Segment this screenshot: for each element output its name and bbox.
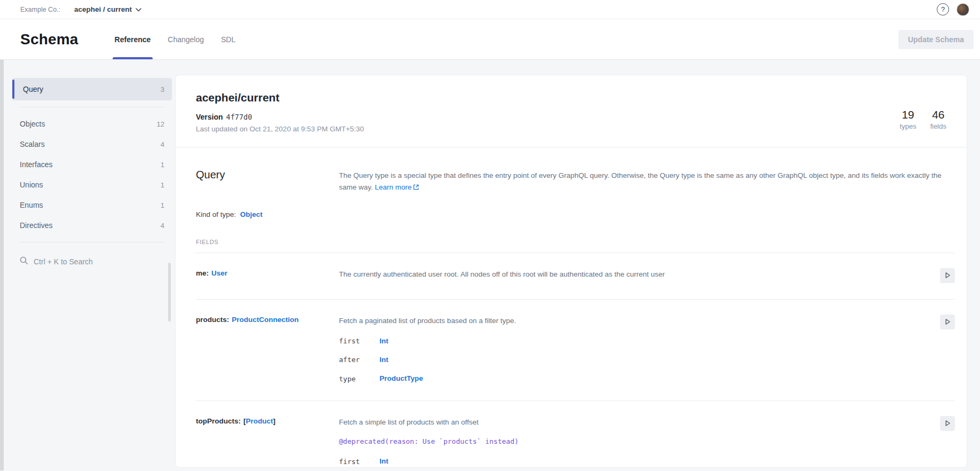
tab-sdl-label: SDL	[221, 35, 235, 44]
sidebar-item-unions[interactable]: Unions 1	[12, 175, 172, 195]
field-description: Fetch a simple list of products with an …	[339, 417, 940, 428]
run-in-explorer-button[interactable]	[940, 315, 955, 329]
field-type-link[interactable]: ProductConnection	[232, 316, 298, 324]
run-in-explorer-button[interactable]	[940, 416, 955, 431]
kind-of-type-row: Kind of type: Object	[196, 210, 955, 218]
sidebar-item-label: Scalars	[20, 140, 45, 148]
last-updated-text: Last updated on Oct 21, 2020 at 9:53 PM …	[196, 125, 364, 133]
field-signature: me:User	[196, 268, 339, 283]
field-type-link[interactable]: User	[211, 269, 227, 277]
content-area: Query 3 Objects 12 Scalars 4 Interfaces …	[0, 60, 980, 470]
query-type-section: Query The Query type is a special type t…	[176, 147, 967, 468]
sidebar-item-label: Objects	[20, 120, 45, 128]
argument-row: type ProductType	[339, 373, 940, 384]
sidebar-item-label: Query	[23, 85, 43, 93]
external-link-icon	[413, 182, 419, 194]
sidebar-item-directives[interactable]: Directives 4	[12, 215, 172, 236]
stat-fields-value: 46	[930, 108, 946, 121]
run-in-explorer-button[interactable]	[940, 268, 955, 283]
version-value: 4f77d0	[226, 113, 252, 121]
stat-types-value: 19	[900, 108, 916, 121]
tab-changelog[interactable]: Changelog	[159, 19, 212, 59]
search-hint-label: Ctrl + K to Search	[34, 257, 93, 266]
field-row-topproducts: topProducts:[Product] Fetch a simple lis…	[196, 401, 955, 468]
chevron-down-icon	[136, 5, 141, 13]
argument-row: after Int	[339, 355, 940, 365]
argument-name: first	[339, 457, 370, 467]
sidebar-item-objects[interactable]: Objects 12	[12, 114, 172, 134]
stat-types-label: types	[900, 122, 916, 130]
help-icon[interactable]: ?	[937, 3, 949, 15]
sidebar-item-query[interactable]: Query 3	[12, 78, 172, 100]
argument-row: first Int	[339, 456, 940, 467]
type-name-heading: Query	[196, 169, 339, 194]
schema-card-header: acephei/current Version4f77d0 Last updat…	[176, 75, 967, 147]
argument-type-link[interactable]: Int	[380, 336, 389, 347]
field-details: Fetch a simple list of products with an …	[339, 416, 940, 467]
active-item-accent-bar	[12, 80, 14, 99]
field-arguments: first Int after Int type ProductType	[339, 336, 940, 384]
schema-meta: acephei/current Version4f77d0 Last updat…	[196, 91, 364, 133]
search-icon	[20, 256, 28, 266]
fields-section-label: FIELDS	[196, 239, 955, 253]
page-header: Schema Reference Changelog SDL Update Sc…	[0, 19, 980, 60]
field-type-link[interactable]: Product	[246, 417, 273, 425]
argument-type-link[interactable]: ProductType	[380, 373, 423, 384]
version-row: Version4f77d0	[196, 113, 364, 121]
argument-name: after	[339, 355, 370, 365]
sidebar-scrollbar[interactable]	[168, 263, 171, 321]
graph-selector-dropdown[interactable]: acephei / current	[74, 5, 141, 13]
tab-reference[interactable]: Reference	[106, 19, 160, 59]
sidebar-item-scalars[interactable]: Scalars 4	[12, 134, 172, 154]
sidebar-item-count: 12	[157, 120, 164, 128]
kind-of-type-link[interactable]: Object	[240, 210, 263, 218]
sidebar-item-label: Unions	[20, 180, 43, 189]
graph-title: acephei/current	[196, 91, 364, 104]
org-label: Example Co.:	[20, 6, 60, 13]
schema-stats: 19 types 46 fields	[900, 108, 946, 130]
update-schema-button[interactable]: Update Schema	[898, 30, 974, 49]
schema-reference-card: acephei/current Version4f77d0 Last updat…	[175, 75, 967, 468]
field-signature: topProducts:[Product]	[196, 416, 339, 467]
argument-name: first	[339, 336, 370, 347]
sidebar-item-count: 3	[161, 85, 164, 93]
argument-type-link[interactable]: Int	[380, 456, 389, 467]
sidebar-divider	[20, 242, 164, 242]
sidebar-item-label: Enums	[20, 201, 43, 209]
graph-selector-label: acephei / current	[74, 5, 132, 13]
argument-type-link[interactable]: Int	[380, 355, 389, 365]
learn-more-link[interactable]: Learn more	[375, 183, 412, 191]
schema-search-trigger[interactable]: Ctrl + K to Search	[12, 249, 172, 274]
argument-name: type	[339, 374, 370, 384]
field-details: Fetch a paginated list of products based…	[339, 315, 940, 384]
sidebar-item-count: 4	[161, 140, 164, 148]
sidebar-item-interfaces[interactable]: Interfaces 1	[12, 154, 172, 175]
sidebar-item-count: 1	[161, 201, 164, 209]
tab-sdl[interactable]: SDL	[212, 19, 244, 59]
sidebar-divider	[20, 107, 164, 107]
stat-fields-label: fields	[930, 122, 946, 130]
field-row-me: me:User The currently authenticated user…	[196, 253, 955, 300]
type-bracket-close: ]	[273, 417, 276, 425]
kind-of-type-label: Kind of type:	[196, 210, 236, 218]
stat-types: 19 types	[900, 108, 916, 130]
section-head: Query The Query type is a special type t…	[196, 169, 955, 194]
field-name: me:	[196, 269, 209, 277]
sidebar-item-count: 1	[161, 181, 164, 189]
sidebar-item-enums[interactable]: Enums 1	[12, 195, 172, 215]
sidebar-item-label: Directives	[20, 221, 52, 230]
topbar-actions: ?	[937, 3, 969, 16]
tab-reference-label: Reference	[115, 35, 151, 44]
deprecated-annotation: @deprecated(reason: Use `products` inste…	[339, 436, 940, 447]
field-name: products:	[196, 316, 229, 324]
sidebar-item-count: 4	[161, 222, 164, 230]
top-bar: Example Co.: acephei / current ?	[0, 0, 980, 19]
field-description: Fetch a paginated list of products based…	[339, 316, 940, 326]
page-title: Schema	[20, 31, 78, 48]
user-avatar[interactable]	[957, 3, 969, 16]
argument-row: first Int	[339, 336, 940, 347]
schema-sidebar: Query 3 Objects 12 Scalars 4 Interfaces …	[0, 60, 172, 470]
field-name: topProducts:	[196, 417, 241, 425]
field-row-products: products:ProductConnection Fetch a pagin…	[196, 300, 955, 401]
stat-fields: 46 fields	[930, 108, 946, 130]
